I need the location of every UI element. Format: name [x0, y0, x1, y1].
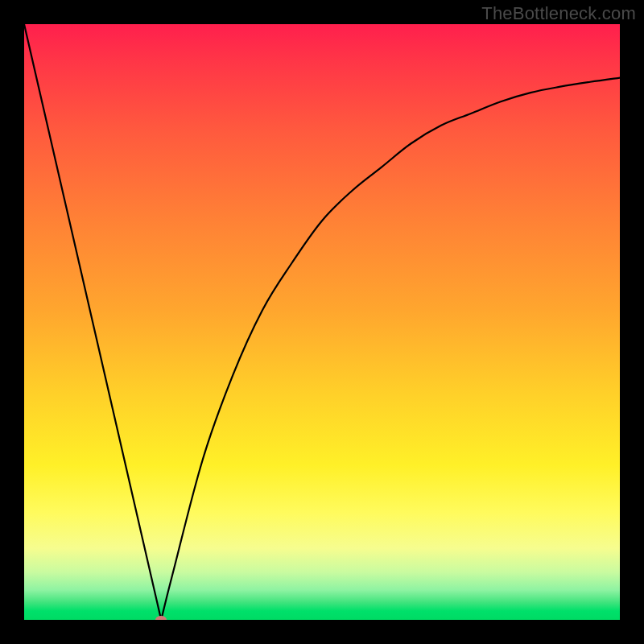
optimal-marker	[155, 616, 167, 620]
chart-frame: TheBottleneck.com	[0, 0, 644, 644]
curve-group	[24, 24, 620, 620]
curve-right-segment	[161, 78, 620, 620]
curve-left-segment	[24, 24, 161, 620]
attribution-text: TheBottleneck.com	[481, 3, 636, 24]
bottleneck-curve	[24, 24, 620, 620]
plot-area	[24, 24, 620, 620]
